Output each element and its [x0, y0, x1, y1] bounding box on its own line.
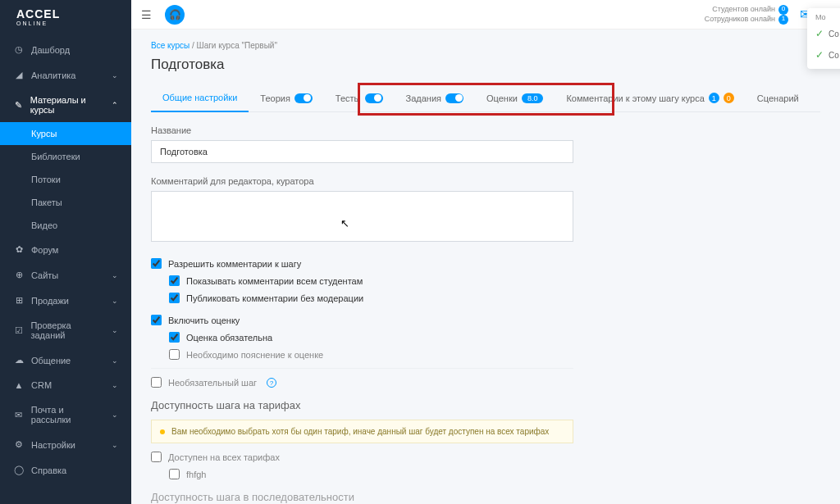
topbar: ☰ 🎧 Студентов онлайн 0 Сотрудников онлай… — [131, 0, 840, 30]
tab-scenario[interactable]: Сценарий — [746, 85, 810, 111]
tab-comments[interactable]: Комментарии к этому шагу курса 1 0 — [555, 84, 745, 111]
gear-icon: ⚙ — [13, 439, 25, 450]
online-status: Студентов онлайн 0 Сотрудников онлайн 1 — [705, 5, 788, 25]
nav-label: Продажи — [31, 296, 69, 306]
popup-row[interactable]: ✓ Со — [807, 44, 840, 66]
check-icon: ✓ — [815, 28, 824, 39]
chevron-down-icon: ⌄ — [112, 356, 118, 365]
checkbox[interactable] — [151, 315, 162, 325]
sequence-title: Доступность шага в последовательности — [151, 491, 820, 503]
name-input[interactable] — [151, 140, 573, 163]
nav-sites[interactable]: ⊕ Сайты ⌄ — [0, 262, 131, 288]
tab-tests[interactable]: Тесты — [324, 85, 395, 111]
checkbox[interactable] — [169, 293, 180, 303]
nav-communication[interactable]: ☁ Общение ⌄ — [0, 347, 131, 373]
comment-label: Комментарий для редактора, куратора — [151, 176, 820, 186]
help-icon: ◯ — [13, 465, 25, 475]
divider — [151, 368, 573, 369]
forum-icon: ✿ — [13, 244, 25, 255]
nav-label: Общение — [31, 356, 71, 366]
nav-review[interactable]: ☑ Проверка заданий ⌄ — [0, 313, 131, 347]
checkbox[interactable] — [169, 349, 180, 360]
check-enable-grade[interactable]: Включить оценку — [151, 315, 820, 325]
warning-banner: Вам необходимо выбрать хотя бы один тари… — [151, 420, 573, 443]
check-all-tariffs[interactable]: Доступен на всех тарифах — [151, 452, 820, 462]
checkbox[interactable] — [151, 452, 162, 462]
nav-label: CRM — [31, 380, 52, 390]
check-publish-no-mod[interactable]: Публиковать комментарии без модерации — [169, 293, 820, 303]
sales-icon: ⊞ — [13, 295, 25, 306]
dashboard-icon: ◷ — [13, 44, 25, 55]
nav-label: Материалы и курсы — [30, 95, 105, 115]
students-count-badge: 0 — [778, 5, 788, 15]
content: Все курсы / Шаги курса "Первый" Подготов… — [131, 30, 840, 504]
nav-settings[interactable]: ⚙ Настройки ⌄ — [0, 432, 131, 457]
students-online-label: Студентов онлайн — [712, 5, 775, 15]
subnav-video[interactable]: Видео — [0, 214, 131, 237]
subnav-courses[interactable]: Курсы — [0, 122, 131, 145]
toggle-icon[interactable] — [294, 93, 313, 103]
name-label: Название — [151, 125, 820, 135]
analytics-icon: ◢ — [13, 70, 25, 80]
nav-label: Сайты — [31, 270, 58, 280]
nav-sales[interactable]: ⊞ Продажи ⌄ — [0, 288, 131, 313]
checkbox[interactable] — [151, 258, 162, 269]
breadcrumb-all-courses[interactable]: Все курсы — [151, 41, 189, 50]
form-section: Название — [151, 125, 820, 163]
tab-grades[interactable]: Оценки8.0 — [475, 85, 555, 111]
chevron-down-icon: ⌄ — [112, 271, 118, 279]
popup-text: Со — [829, 30, 839, 39]
check-show-comments[interactable]: Показывать комментарии всем студентам — [169, 275, 820, 286]
brand-sub: ONLINE — [16, 20, 115, 27]
check-grade-required[interactable]: Оценка обязательна — [169, 332, 820, 343]
nav-analytics[interactable]: ◢ Аналитика ⌄ — [0, 62, 131, 88]
nav-label: Справка — [31, 465, 66, 475]
checkbox[interactable] — [169, 275, 180, 286]
nav-forum[interactable]: ✿ Форум — [0, 237, 131, 262]
check-icon: ✓ — [815, 49, 824, 61]
check-optional-step[interactable]: Необязательный шаг ? — [151, 377, 820, 388]
check-tariff-1[interactable]: fhfgh — [169, 469, 820, 479]
tariffs-title: Доступность шага на тарифах — [151, 399, 820, 411]
checkbox[interactable] — [169, 332, 180, 343]
popup-row[interactable]: ✓ Со — [807, 23, 840, 44]
nav-dashboard[interactable]: ◷ Дашборд — [0, 37, 131, 62]
page-title: Подготовка — [151, 57, 820, 73]
subnav-libraries[interactable]: Библиотеки — [0, 145, 131, 168]
check-allow-comments[interactable]: Разрешить комментарии к шагу — [151, 258, 820, 269]
tab-general[interactable]: Общие настройки — [151, 84, 249, 112]
breadcrumb: Все курсы / Шаги курса "Первый" — [151, 41, 820, 50]
tab-theory[interactable]: Теория — [249, 85, 324, 111]
subnav-packages[interactable]: Пакеты — [0, 191, 131, 214]
nav-mail[interactable]: ✉ Почта и рассылки ⌄ — [0, 397, 131, 432]
nav-help[interactable]: ◯ Справка — [0, 457, 131, 483]
checkbox[interactable] — [151, 377, 162, 388]
warning-dot-icon — [160, 429, 165, 434]
nav-crm[interactable]: ▲ CRM ⌄ — [0, 373, 131, 397]
chevron-down-icon: ⌄ — [112, 326, 118, 334]
subnav-streams[interactable]: Потоки — [0, 168, 131, 191]
checkbox[interactable] — [169, 469, 180, 479]
review-icon: ☑ — [13, 325, 24, 336]
sites-icon: ⊕ — [13, 270, 25, 280]
toggle-icon[interactable] — [445, 93, 463, 103]
toggle-icon[interactable] — [365, 93, 383, 103]
nav-label: Настройки — [31, 440, 75, 450]
staff-count-badge: 1 — [778, 15, 788, 25]
checkboxes-section: Разрешить комментарии к шагу Показывать … — [151, 258, 820, 388]
help-icon[interactable]: ? — [267, 378, 276, 388]
menu-toggle-icon[interactable]: ☰ — [141, 8, 152, 21]
nav-materials[interactable]: ✎ Материалы и курсы ⌃ — [0, 88, 131, 122]
comment-textarea[interactable] — [151, 191, 573, 242]
nav-label: Форум — [31, 245, 58, 255]
nav-label: Дашборд — [31, 45, 70, 55]
materials-icon: ✎ — [13, 100, 24, 111]
comment-section: Комментарий для редактора, куратора — [151, 176, 820, 245]
staff-online-label: Сотрудников онлайн — [705, 15, 775, 25]
notification-popup: Мо ✓ Со ✓ Со — [807, 8, 840, 69]
brand-title: ACCEL — [16, 8, 115, 20]
check-need-explain[interactable]: Необходимо пояснение к оценке — [169, 349, 820, 360]
popup-extra: Мо — [807, 11, 840, 23]
tab-tasks[interactable]: Задания — [395, 85, 475, 111]
support-button[interactable]: 🎧 — [165, 5, 185, 25]
